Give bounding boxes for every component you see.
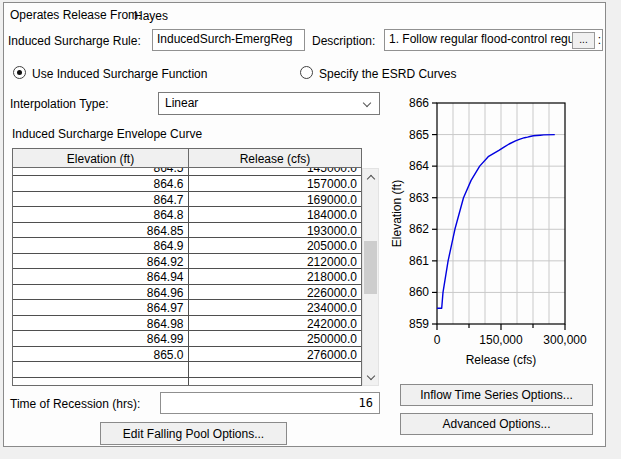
table-cell[interactable]: 276000.0 — [189, 347, 362, 363]
table-cell[interactable]: 193000.0 — [189, 223, 362, 239]
svg-text:859: 859 — [409, 317, 429, 331]
table-row[interactable]: 865.0276000.0 — [13, 347, 361, 363]
table-row[interactable]: 864.98242000.0 — [13, 316, 361, 332]
table-row[interactable]: 864.97234000.0 — [13, 300, 361, 316]
scroll-up-arrow-icon[interactable] — [363, 169, 378, 185]
induced-surcharge-dialog: Operates Release From: Hayes Induced Sur… — [0, 0, 621, 459]
interpolation-type-select[interactable]: Linear — [158, 92, 380, 115]
description-label: Description: — [312, 34, 375, 48]
table-cell[interactable]: 865.0 — [13, 347, 189, 363]
table-cell[interactable] — [13, 362, 189, 378]
rule-name-value: InducedSurch-EmergReg — [157, 32, 292, 46]
column-header-elevation[interactable]: Elevation (ft) — [12, 148, 189, 168]
table-cell[interactable]: 864.5 — [13, 168, 189, 176]
inflow-time-series-options-button[interactable]: Inflow Time Series Options... — [400, 384, 593, 406]
time-of-recession-label: Time of Recession (hrs): — [10, 397, 140, 411]
rule-label: Induced Surcharge Rule: — [8, 34, 141, 48]
svg-text:Elevation (ft): Elevation (ft) — [390, 180, 404, 247]
table-header: Elevation (ft) Release (cfs) — [12, 148, 362, 168]
table-cell[interactable]: 864.99 — [13, 331, 189, 347]
table-cell[interactable]: 169000.0 — [189, 192, 362, 208]
table-row[interactable]: 864.92212000.0 — [13, 254, 361, 270]
table-cell[interactable]: 234000.0 — [189, 300, 362, 316]
table-cell[interactable]: 145000.0 — [189, 168, 362, 176]
svg-text:864: 864 — [409, 159, 429, 173]
table-row[interactable]: 864.7169000.0 — [13, 192, 361, 208]
table-cell[interactable]: 226000.0 — [189, 285, 362, 301]
table-cell[interactable]: 184000.0 — [189, 207, 362, 223]
table-cell[interactable] — [13, 378, 189, 387]
table-row[interactable]: 864.8184000.0 — [13, 207, 361, 223]
use-surcharge-function-label: Use Induced Surcharge Function — [32, 67, 207, 81]
table-cell[interactable]: 242000.0 — [189, 316, 362, 332]
table-cell[interactable]: 218000.0 — [189, 269, 362, 285]
table-cell[interactable]: 212000.0 — [189, 254, 362, 270]
rule-name-field[interactable]: InducedSurch-EmergReg — [152, 29, 305, 51]
table-cell[interactable]: 864.96 — [13, 285, 189, 301]
table-cell[interactable]: 864.9 — [13, 238, 189, 254]
envelope-curve-title: Induced Surcharge Envelope Curve — [12, 127, 202, 141]
table-cell[interactable]: 157000.0 — [189, 176, 362, 192]
chart-canvas: 8598608618628638648658660150,000300,000R… — [388, 95, 605, 367]
table-cell[interactable]: 864.6 — [13, 176, 189, 192]
svg-text:150,000: 150,000 — [479, 333, 523, 347]
chevron-down-icon — [363, 99, 371, 107]
description-value: 1. Follow regular flood-control regul — [389, 32, 577, 46]
svg-text:0: 0 — [434, 333, 441, 347]
scrollbar-thumb[interactable] — [364, 241, 377, 294]
table-row[interactable]: 864.94218000.0 — [13, 269, 361, 285]
description-clipped-text: : — [598, 33, 601, 47]
table-cell[interactable]: 864.8 — [13, 207, 189, 223]
svg-text:862: 862 — [409, 222, 429, 236]
table-cell[interactable]: 864.94 — [13, 269, 189, 285]
column-header-release[interactable]: Release (cfs) — [189, 148, 362, 168]
time-of-recession-input[interactable]: 16 — [160, 392, 380, 414]
svg-text:300,000: 300,000 — [543, 333, 587, 347]
interpolation-type-label: Interpolation Type: — [10, 97, 109, 111]
specify-esrd-curves-radio[interactable] — [300, 66, 313, 79]
table-row[interactable] — [13, 362, 361, 378]
svg-text:863: 863 — [409, 191, 429, 205]
table-cell[interactable]: 864.98 — [13, 316, 189, 332]
description-field[interactable]: 1. Follow regular flood-control regul ..… — [384, 29, 603, 51]
specify-esrd-curves-label: Specify the ESRD Curves — [319, 67, 456, 81]
table-row-filler[interactable] — [13, 378, 361, 387]
scroll-down-arrow-icon[interactable] — [363, 369, 378, 385]
description-expand-button[interactable]: ... — [572, 32, 595, 49]
table-scrollbar[interactable] — [362, 168, 379, 386]
envelope-curve-table[interactable]: 864.5145000.0864.6157000.0864.7169000.08… — [12, 168, 362, 386]
table-row[interactable]: 864.99250000.0 — [13, 331, 361, 347]
table-cell[interactable]: 864.85 — [13, 223, 189, 239]
svg-text:860: 860 — [409, 285, 429, 299]
operates-release-value: Hayes — [134, 9, 168, 23]
edit-falling-pool-options-button[interactable]: Edit Falling Pool Options... — [100, 422, 287, 445]
elevation-release-chart: 8598608618628638648658660150,000300,000R… — [388, 95, 605, 367]
svg-text:861: 861 — [409, 254, 429, 268]
table-row-partial[interactable]: 864.5145000.0 — [13, 168, 361, 176]
table-cell[interactable]: 864.7 — [13, 192, 189, 208]
table-cell[interactable]: 864.92 — [13, 254, 189, 270]
table-row[interactable]: 864.96226000.0 — [13, 285, 361, 301]
interpolation-type-value: Linear — [165, 96, 198, 110]
operates-release-label: Operates Release From: — [10, 8, 141, 22]
svg-text:865: 865 — [409, 128, 429, 142]
table-row[interactable]: 864.85193000.0 — [13, 223, 361, 239]
table-cell[interactable] — [189, 378, 362, 387]
table-cell[interactable]: 205000.0 — [189, 238, 362, 254]
svg-text:Release (cfs): Release (cfs) — [466, 353, 537, 367]
table-row[interactable]: 864.9205000.0 — [13, 238, 361, 254]
advanced-options-button[interactable]: Advanced Options... — [400, 413, 593, 435]
table-row[interactable]: 864.6157000.0 — [13, 176, 361, 192]
table-cell[interactable]: 250000.0 — [189, 331, 362, 347]
use-surcharge-function-radio[interactable] — [13, 66, 26, 79]
table-cell[interactable]: 864.97 — [13, 300, 189, 316]
svg-text:866: 866 — [409, 96, 429, 110]
table-cell[interactable] — [189, 362, 362, 378]
